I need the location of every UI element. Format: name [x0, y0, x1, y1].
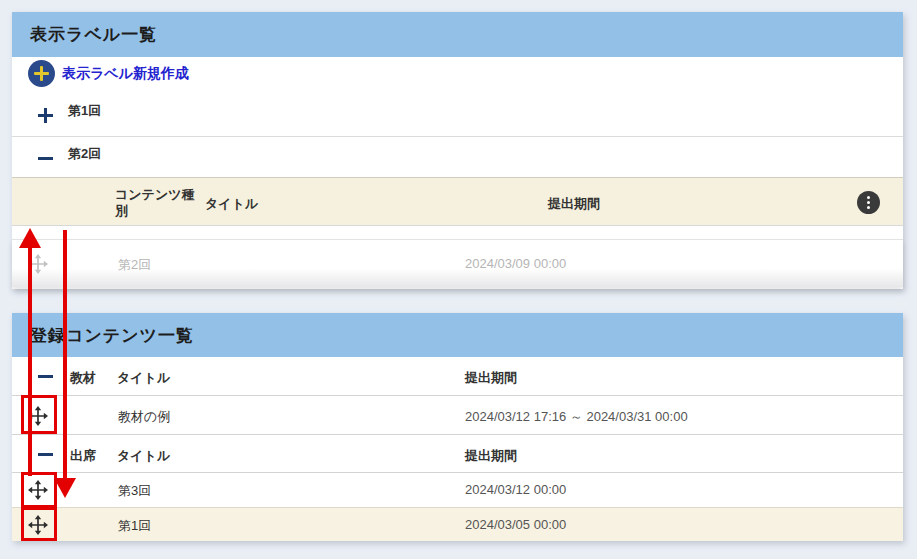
annotation-arrow-down-line — [63, 230, 67, 480]
label-group-row-1: 第1回 — [12, 95, 903, 137]
page-title: 登録コンテンツ一覧 — [30, 324, 194, 347]
content-table-header: コンテンツ種別 タイトル 提出期間 — [12, 177, 903, 226]
add-circle-icon[interactable] — [28, 60, 55, 87]
column-header-title: タイトル — [117, 447, 170, 465]
collapse-icon[interactable] — [38, 151, 53, 166]
section-header-material: 教材 タイトル 提出期間 — [12, 357, 903, 396]
label-group-row-2: 第2回 — [12, 138, 903, 177]
column-header-period: 提出期間 — [465, 369, 517, 387]
annotation-highlight-box — [21, 472, 57, 508]
label-group-name: 第1回 — [68, 102, 101, 120]
column-header-period: 提出期間 — [465, 447, 517, 465]
ghost-row-title: 第2回 — [118, 256, 151, 274]
annotation-highlight-box — [21, 395, 57, 434]
table-row: 第1回 2024/03/05 00:00 — [12, 507, 903, 541]
annotation-arrow-up-line — [28, 246, 32, 476]
collapse-icon[interactable] — [38, 447, 53, 462]
row-period: 2024/03/12 17:16 ～ 2024/03/31 00:00 — [465, 408, 688, 426]
table-row: 第3回 2024/03/12 00:00 — [12, 473, 903, 507]
column-header-title: タイトル — [117, 369, 170, 387]
drag-ghost-row: 第2回 2024/03/09 00:00 — [12, 239, 903, 287]
annotation-arrow-up-head — [19, 228, 41, 248]
column-header-title: タイトル — [205, 195, 258, 213]
row-title: 教材の例 — [118, 408, 170, 426]
display-label-list-panel: 表示ラベル一覧 表示ラベル新規作成 第1回 第2回 コンテンツ種別 タイトル 提… — [12, 12, 903, 289]
column-header-content-type: コンテンツ種別 — [115, 187, 197, 220]
column-header-period: 提出期間 — [548, 195, 600, 213]
ghost-row-period: 2024/03/09 00:00 — [465, 256, 566, 271]
display-label-list-header: 表示ラベル一覧 — [12, 12, 903, 57]
expand-icon[interactable] — [38, 108, 53, 123]
page-title: 表示ラベル一覧 — [30, 23, 157, 46]
kebab-menu-icon[interactable] — [857, 191, 880, 214]
section-type-label: 出席 — [70, 447, 96, 465]
registered-content-list-header: 登録コンテンツ一覧 — [12, 313, 903, 357]
annotation-highlight-box — [21, 507, 57, 541]
annotation-arrow-down-head — [54, 478, 76, 498]
section-type-label: 教材 — [70, 369, 96, 387]
create-display-label-link[interactable]: 表示ラベル新規作成 — [62, 65, 189, 83]
collapse-icon[interactable] — [38, 369, 53, 384]
row-title: 第1回 — [118, 517, 151, 535]
label-group-name: 第2回 — [68, 145, 101, 163]
section-header-attendance: 出席 タイトル 提出期間 — [12, 435, 903, 473]
row-period: 2024/03/12 00:00 — [465, 482, 566, 497]
row-period: 2024/03/05 00:00 — [465, 517, 566, 532]
table-row: 教材の例 2024/03/12 17:16 ～ 2024/03/31 00:00 — [12, 396, 903, 435]
create-label-row: 表示ラベル新規作成 — [12, 57, 903, 95]
registered-content-list-panel: 登録コンテンツ一覧 教材 タイトル 提出期間 教材の例 2024/03/12 1… — [12, 313, 903, 541]
row-title: 第3回 — [118, 482, 151, 500]
